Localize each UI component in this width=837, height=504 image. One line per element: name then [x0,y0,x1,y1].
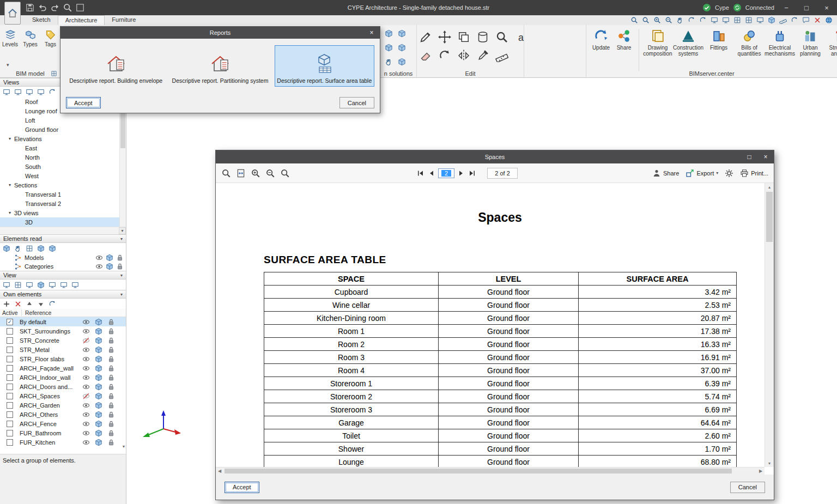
accept-button[interactable]: Accept [66,97,101,108]
link-views-icon[interactable] [3,281,10,289]
delete-group-icon[interactable] [14,300,22,308]
cube-icon[interactable] [95,365,102,372]
app-logo-icon[interactable] [4,2,21,25]
report-preview[interactable]: Spaces SURFACE AREA TABLE SPACELEVELSURF… [216,183,774,475]
cube-icon[interactable] [95,439,102,446]
print-icon[interactable] [75,3,85,13]
own-element-row-fur-bathroom[interactable]: FUR_Bathroom [0,428,126,438]
fittings-button[interactable]: Fittings [703,29,734,57]
lock-icon[interactable] [107,337,115,344]
lock-icon[interactable] [107,439,115,446]
elements-read-row-models[interactable]: Models [0,253,126,262]
report-option-descriptive-report-partitioning-system[interactable]: Descriptive report. Partitioning system [170,45,270,87]
redo-icon[interactable] [50,3,60,13]
close-icon[interactable]: × [363,27,380,39]
sync-groups-icon[interactable] [48,300,56,308]
lock-icon[interactable] [116,254,124,262]
numeric-grid-icon[interactable] [745,16,753,24]
cube-icon[interactable] [95,374,102,381]
structural-analysis-button[interactable]: Structural analysis [826,29,837,57]
sync-view-icon[interactable] [48,88,56,96]
own-element-row-arch-indoor-wall[interactable]: ARCH_Indoor_wall [0,373,126,382]
checkbox-unchecked[interactable] [7,374,13,381]
cube-icon[interactable] [95,420,102,428]
update-button[interactable]: Update [590,29,612,51]
checkbox-unchecked[interactable] [7,365,13,372]
minimize-button[interactable]: − [778,1,794,14]
zoom-out-icon[interactable] [665,16,672,24]
eye-icon[interactable] [82,374,90,381]
grid-view-icon[interactable] [14,281,22,289]
cube-icon[interactable] [95,346,102,354]
cube-icon[interactable] [95,383,102,391]
scroll-left-icon[interactable]: ◀ [216,467,223,475]
report-option-descriptive-report-building-envelope[interactable]: Descriptive report. Building envelope [66,45,166,87]
chevron-down-icon[interactable]: ▾ [5,183,14,187]
vertical-scrollbar[interactable]: ▴ ▾ [765,183,774,467]
zoom-model-icon[interactable] [642,16,650,24]
eye-icon[interactable] [82,420,90,428]
pin-icon[interactable] [48,245,56,252]
tree-item-ground-floor[interactable]: Ground floor [0,125,126,134]
own-element-row-by-default[interactable]: ✓By default [0,317,126,326]
display-bar-icon[interactable] [756,16,764,24]
checkbox-unchecked[interactable] [7,421,13,427]
panel-solution-icon[interactable] [385,58,393,66]
elements-read-row-categories[interactable]: Categories [0,262,126,271]
horizontal-scrollbar[interactable]: ◀ ▶ [216,467,765,475]
extrude-icon[interactable] [476,31,489,44]
tab-sketch[interactable]: Sketch [25,15,58,25]
wall-solution-icon[interactable] [385,44,393,52]
copy-icon[interactable] [457,31,470,44]
scroll-right-icon[interactable]: ▶ [757,467,765,475]
save-icon[interactable] [25,3,35,13]
construction-systems-button[interactable]: Construction systems [673,29,703,57]
checkbox-unchecked[interactable] [7,328,13,335]
checkbox-unchecked[interactable] [7,402,13,409]
cancel-button[interactable]: Cancel [339,97,374,108]
lock-icon[interactable] [107,327,115,335]
zoom-page-icon[interactable] [280,168,290,178]
own-element-row-arch-fence[interactable]: ARCH_Fence [0,419,126,428]
eye-icon[interactable] [82,355,90,363]
eye-off-icon[interactable] [82,392,90,400]
lock-icon[interactable] [107,355,115,363]
grid-settings-icon[interactable] [733,16,741,24]
zoom-icon[interactable] [63,3,72,13]
bim-model-grid-icon[interactable] [51,70,57,77]
add-group-icon[interactable] [3,300,10,308]
lock-icon[interactable] [107,429,115,437]
rotate-icon[interactable] [438,49,451,62]
tree-item-north[interactable]: North [0,153,126,162]
export-button[interactable]: Export ▾ [686,169,718,178]
search-icon[interactable] [495,31,508,44]
cube-icon[interactable] [95,327,102,335]
cube-icon[interactable] [95,355,102,363]
tree-item-3d[interactable]: 3D [0,217,126,227]
eye-icon[interactable] [82,411,90,418]
network-icon[interactable] [37,245,45,252]
angle-measure-icon[interactable] [779,16,787,24]
new-view-icon[interactable] [3,88,10,96]
previous-page-icon[interactable] [427,169,436,178]
cube-icon[interactable] [95,411,102,418]
own-element-row-fur-kitchen[interactable]: FUR_Kitchen [0,438,126,447]
tab-furniture[interactable]: Furniture [105,15,143,25]
draw-icon[interactable] [419,31,432,44]
checkbox-unchecked[interactable] [7,439,13,446]
zoom-in-icon[interactable] [251,168,260,178]
frame-solution-icon[interactable] [398,44,406,52]
cube-icon[interactable] [106,254,113,262]
checkbox-unchecked[interactable] [7,411,13,418]
tab-architecture[interactable]: Architecture [58,15,105,25]
view-panel-header[interactable]: View ▾ [0,271,126,280]
orbit-view-icon[interactable] [688,16,695,24]
eye-icon[interactable] [82,383,90,391]
own-element-row-str-concrete[interactable]: STR_Concrete [0,336,126,345]
match-properties-icon[interactable] [476,49,489,62]
lock-icon[interactable] [116,263,124,270]
own-element-row-arch-others[interactable]: ARCH_Others [0,410,126,419]
scroll-down-icon[interactable]: ▾ [123,444,125,449]
lock-icon[interactable] [107,374,115,381]
tag-view-icon[interactable] [71,281,79,289]
